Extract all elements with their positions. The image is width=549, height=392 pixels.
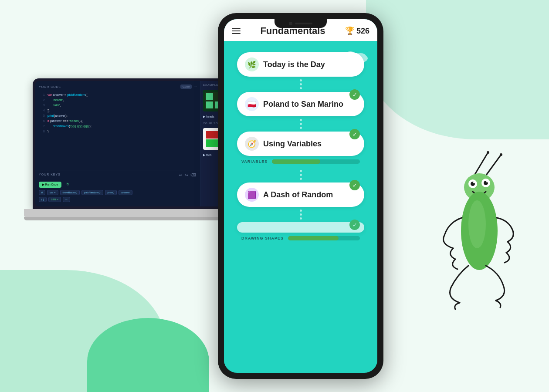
keys-row-2: { } STR = ··· (39, 197, 197, 202)
bg-blob-top-right (366, 0, 549, 139)
menu-line-1 (232, 28, 241, 29)
check-badge-partial: ✓ (349, 220, 360, 230)
key-str[interactable]: STR = (48, 197, 61, 202)
lesson-card-dash[interactable]: 🟪 A Dash of Random ✓ (237, 182, 364, 207)
svg-line-11 (475, 152, 488, 174)
compass-icon: 🧭 (245, 137, 259, 151)
code-line-8: 8 } (39, 129, 197, 134)
lesson-card-today[interactable]: 🌿 Today is the Day (237, 52, 364, 77)
svg-point-13 (487, 151, 489, 154)
lesson-title-poland: Poland to San Marino (263, 100, 343, 109)
code-line-7: 7 drawBoxes('ggg ggg ggg'); (39, 124, 197, 129)
run-btn-row: ▶ Run Code ↻ (39, 179, 197, 188)
drawing-shapes-label: DRAWING SHAPES (241, 236, 284, 240)
lesson-card-poland[interactable]: 🇵🇱 Poland to San Marino ✓ (237, 92, 364, 116)
lesson-card-variables[interactable]: 🧭 Using Variables ✓ (237, 132, 364, 156)
code-line-5: 5 print(answer); (39, 113, 197, 118)
phone-body: Fundamentals 🏆 526 🌿 (218, 13, 383, 379)
trophy-icon: 🏆 (345, 26, 355, 36)
phone-screen: Fundamentals 🏆 526 🌿 (224, 19, 377, 373)
code-area: YOUR CODE Guide ··· 1 var answer = pickR… (35, 81, 200, 170)
svg-rect-3 (206, 101, 213, 108)
score-display: 🏆 526 (345, 26, 369, 36)
svg-point-21 (473, 182, 475, 183)
code-panel-header: YOUR CODE Guide ··· (39, 84, 197, 89)
dot-connector-3 (233, 170, 369, 180)
delete-icon[interactable]: ⌫ (190, 173, 197, 177)
dot-connector-2 (233, 119, 369, 129)
drawing-progress-fill (288, 236, 338, 240)
run-code-button[interactable]: ▶ Run Code (39, 182, 61, 188)
your-code-label: YOUR CODE (39, 85, 61, 88)
phone-camera (289, 22, 292, 25)
purple-icon: 🟪 (245, 188, 259, 202)
grasshopper-character (431, 148, 527, 366)
check-badge-dash: ✓ (349, 180, 360, 190)
lesson-title-dash: A Dash of Random (263, 190, 333, 199)
menu-line-2 (232, 30, 241, 31)
menu-line-3 (232, 33, 241, 34)
keys-header: YOUR KEYS ↩ ↪ ⌫ (39, 173, 197, 177)
refresh-icon[interactable]: ↻ (66, 182, 70, 186)
check-badge-poland: ✓ (349, 89, 360, 100)
guide-button[interactable]: Guide (180, 84, 192, 89)
leaf-icon: 🌿 (245, 57, 259, 71)
more-options[interactable]: ··· (193, 84, 197, 89)
your-keys-label: YOUR KEYS (39, 173, 61, 177)
svg-point-23 (468, 200, 486, 248)
hamburger-menu-icon[interactable] (232, 28, 241, 34)
key-pickrandom[interactable]: pickRandom() (81, 190, 103, 195)
check-badge-variables: ✓ (349, 129, 360, 139)
code-line-4: 4 ]); (39, 108, 197, 113)
variables-progress-bar (272, 159, 360, 164)
svg-rect-1 (206, 93, 213, 100)
dot-connector-1 (233, 79, 369, 89)
code-and-keys-panel: YOUR CODE Guide ··· 1 var answer = pickR… (35, 81, 200, 206)
undo-icon[interactable]: ↩ (179, 173, 183, 177)
lesson-title-variables: Using Variables (263, 139, 322, 149)
code-line-3: 3 'tails', (39, 103, 197, 108)
key-braces[interactable]: { } (39, 197, 47, 202)
phone-device: Fundamentals 🏆 526 🌿 (218, 13, 383, 379)
phone-speaker (295, 23, 312, 24)
svg-point-20 (486, 181, 488, 182)
laptop-screen: YOUR CODE Guide ··· 1 var answer = pickR… (33, 78, 242, 209)
flag-icon: 🇵🇱 (245, 97, 259, 111)
variables-progress-fill (272, 159, 320, 164)
laptop-device: YOUR CODE Guide ··· 1 var answer = pickR… (24, 78, 251, 244)
key-answer[interactable]: answer (119, 190, 132, 195)
key-dots[interactable]: ··· (63, 197, 70, 202)
redo-icon[interactable]: ↪ (185, 173, 189, 177)
phone-content: 🌿 Today is the Day 🇵🇱 Poland to San Mari… (224, 41, 377, 367)
laptop-screen-inner: YOUR CODE Guide ··· 1 var answer = pickR… (35, 81, 239, 206)
dot-connector-4 (233, 210, 369, 220)
code-line-2: 2 'heads', (39, 98, 197, 103)
drawing-progress-bar (288, 236, 360, 240)
keys-row-1: if var = drawBoxes() pickRandom() print(… (39, 190, 197, 195)
lesson-title-today: Today is the Day (263, 60, 325, 69)
score-value: 526 (356, 27, 369, 36)
variables-progress-section: VARIABLES (233, 156, 369, 167)
code-line-6: 6 if (answer === 'heads') { (39, 118, 197, 124)
code-line-1: 1 var answer = pickRandom([ (39, 92, 197, 98)
variables-label: VARIABLES (241, 159, 268, 164)
lesson-card-partial[interactable]: ✓ (237, 222, 364, 233)
phone-notch (274, 19, 327, 28)
keys-area: YOUR KEYS ↩ ↪ ⌫ ▶ Run Code ↻ if var = (35, 170, 200, 206)
key-print[interactable]: print() (105, 190, 117, 195)
key-if[interactable]: if (39, 190, 45, 195)
drawing-progress-section: DRAWING SHAPES (233, 233, 369, 244)
laptop-base (24, 209, 251, 217)
key-var[interactable]: var = (47, 190, 58, 195)
key-drawboxes[interactable]: drawBoxes() (60, 190, 80, 195)
svg-point-14 (500, 153, 502, 156)
